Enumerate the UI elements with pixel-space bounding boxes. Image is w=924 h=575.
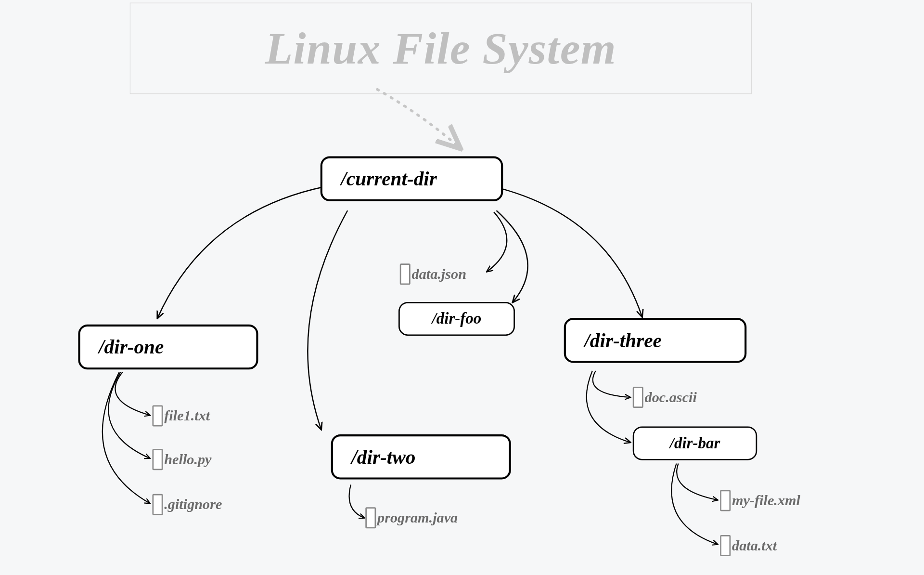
title-box: Linux File System <box>130 3 752 94</box>
file-icon <box>633 387 643 408</box>
node-dir-two: /dir-two <box>331 434 511 480</box>
file-program-java: program.java <box>365 507 458 528</box>
file-icon <box>720 535 731 556</box>
node-current-dir: /current-dir <box>321 157 503 202</box>
file-icon <box>153 494 163 515</box>
file-doc-ascii: doc.ascii <box>633 387 697 408</box>
file-data-json: data.json <box>400 263 466 285</box>
node-dir-three: /dir-three <box>564 318 747 363</box>
node-label: /dir-three <box>584 329 661 352</box>
file-label: file1.txt <box>164 407 210 425</box>
node-dir-one: /dir-one <box>78 325 258 370</box>
node-label: /current-dir <box>341 168 436 190</box>
file-gitignore: .gitignore <box>153 494 222 515</box>
node-dir-bar: /dir-bar <box>633 427 757 460</box>
diagram-stage: Linux File System <box>0 0 924 575</box>
node-label: /dir-one <box>99 336 164 358</box>
file-icon <box>153 405 163 427</box>
file-hello-py: hello.py <box>153 449 212 470</box>
diagram-title: Linux File System <box>265 22 616 75</box>
file-label: hello.py <box>164 451 211 468</box>
file-label: .gitignore <box>164 496 222 513</box>
file-file1-txt: file1.txt <box>153 405 210 427</box>
file-icon <box>153 449 163 470</box>
node-label: /dir-two <box>351 445 415 468</box>
node-label: /dir-bar <box>670 434 720 452</box>
file-icon <box>400 263 411 285</box>
node-dir-foo: /dir-foo <box>398 302 515 336</box>
file-data-txt: data.txt <box>720 535 777 556</box>
file-label: data.json <box>412 265 466 283</box>
file-label: program.java <box>377 509 458 526</box>
file-label: doc.ascii <box>645 389 697 406</box>
file-icon <box>720 490 731 511</box>
file-label: data.txt <box>732 537 777 554</box>
file-icon <box>365 507 376 528</box>
node-label: /dir-foo <box>432 310 482 328</box>
file-label: my-file.xml <box>732 492 800 510</box>
file-my-file-xml: my-file.xml <box>720 490 800 511</box>
